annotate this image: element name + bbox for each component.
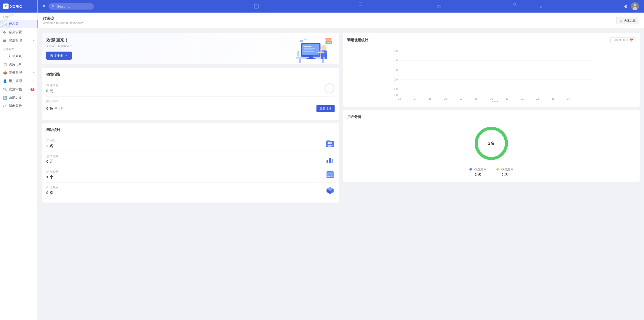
stat-calls-label: 今日调用 bbox=[46, 185, 58, 190]
title-section: 仪表盘 Welcome to Admin Dashboard bbox=[43, 16, 84, 25]
search-box[interactable]: 🔍 bbox=[49, 3, 94, 10]
svg-rect-38 bbox=[327, 160, 328, 163]
chevron-down-icon: ▾ bbox=[33, 39, 34, 42]
user-icon: 👤 bbox=[3, 79, 7, 83]
svg-rect-8 bbox=[304, 46, 312, 47]
donut-center-label: 2名 bbox=[488, 141, 495, 146]
svg-rect-20 bbox=[300, 40, 303, 42]
legend-item-baoyue: 包月用户 0 名 bbox=[496, 168, 513, 177]
search-input[interactable] bbox=[57, 5, 87, 8]
menu-toggle-button[interactable]: ≡ bbox=[43, 4, 46, 9]
stat-users-label: 用户数 bbox=[46, 139, 55, 143]
other-section-label: 其他管理 bbox=[0, 45, 37, 52]
sidebar-item-global-settings[interactable]: ⚙ 全局设置 bbox=[0, 28, 37, 36]
svg-rect-9 bbox=[304, 48, 315, 49]
sidebar-item-package-management[interactable]: 📦 套餐管理 ▾ bbox=[0, 69, 37, 77]
baoyue-label: 包月用户 bbox=[501, 168, 513, 171]
calendar-icon: 📅 bbox=[629, 38, 633, 42]
bar-chart-3d-icon bbox=[326, 155, 335, 164]
read-manual-button[interactable]: 阅读手册 → bbox=[46, 52, 72, 60]
stat-sales: 总销售额 0 元 bbox=[46, 151, 335, 167]
monthly-sales-item: 本月销售 0 元 bbox=[46, 80, 335, 97]
svg-rect-41 bbox=[327, 176, 330, 177]
svg-text:CSS: CSS bbox=[326, 38, 330, 40]
page-title: 仪表盘 bbox=[43, 16, 84, 21]
filter-icon[interactable]: ⚙ bbox=[624, 4, 627, 9]
audit-icon: 🔍 bbox=[3, 88, 7, 92]
svg-text:2.0: 2.0 bbox=[394, 78, 398, 81]
grid-icon: ▦ bbox=[3, 39, 7, 43]
sidebar-item-global-settings-label: 全局设置 bbox=[9, 30, 22, 34]
stat-sales-value: 0 元 bbox=[46, 159, 58, 164]
stat-sites-value: 1 个 bbox=[46, 175, 58, 180]
update-icon: 🔄 bbox=[3, 96, 7, 100]
view-details-button[interactable]: 查看详细 bbox=[316, 105, 335, 112]
svg-rect-21 bbox=[304, 38, 307, 40]
user-analysis-card: 用户分析 2名 bbox=[343, 110, 640, 182]
sidebar-item-call-records[interactable]: 📋 调用记录 bbox=[0, 60, 37, 69]
sidebar-item-user-management[interactable]: 👤 用户管理 ▾ bbox=[0, 77, 37, 85]
monthly-sales-progress bbox=[325, 83, 335, 93]
sidebar-item-resource-audit[interactable]: 🔍 资源审核 1 bbox=[0, 85, 37, 94]
right-column: 调用使用统计 Select Date 📅 5.0 4.0 3.0 2.0 1.0 bbox=[343, 33, 640, 258]
chart-header: 调用使用统计 Select Date 📅 bbox=[347, 37, 635, 43]
gear-icon: ⚙ bbox=[620, 19, 622, 22]
sidebar-item-logout[interactable]: ↩ 退出登录 bbox=[0, 102, 37, 110]
chart-title: 调用使用统计 bbox=[347, 38, 368, 43]
sidebar-item-system-update[interactable]: 🔄 系统更新 bbox=[0, 94, 37, 102]
sales-report-card: 销售报告 本月销售 0 元 同比变化 0 % bbox=[42, 68, 339, 120]
svg-rect-19 bbox=[313, 55, 321, 57]
date-picker-button[interactable]: Select Date 📅 bbox=[610, 37, 635, 43]
svg-rect-26 bbox=[297, 52, 299, 57]
legend-item-baodian: 包点用户 2 名 bbox=[469, 168, 486, 177]
chevron-down-icon-3: ▾ bbox=[33, 80, 34, 83]
package-icon: 📦 bbox=[3, 71, 7, 75]
change-label: 同比变化 bbox=[46, 100, 335, 104]
sidebar-item-dashboard-label: 仪表盘 bbox=[9, 22, 19, 26]
settings-icon: ⚙ bbox=[3, 30, 7, 34]
svg-rect-18 bbox=[318, 52, 324, 53]
site-stats-card: 网站统计 用户数 2 名 bbox=[42, 123, 339, 203]
change-value: 0 % bbox=[46, 106, 53, 110]
svg-text:4.0: 4.0 bbox=[394, 59, 398, 62]
svg-rect-27 bbox=[298, 51, 299, 52]
baodian-dot bbox=[469, 168, 472, 171]
svg-rect-37 bbox=[332, 159, 333, 163]
svg-rect-17 bbox=[325, 53, 327, 59]
stat-sites: 站点数量 1 个 bbox=[46, 167, 335, 183]
sidebar-item-order-list[interactable]: ☰ 订单列表 bbox=[0, 52, 37, 60]
svg-rect-40 bbox=[327, 172, 333, 176]
svg-point-1 bbox=[634, 4, 636, 7]
svg-text:16: 16 bbox=[444, 97, 447, 100]
svg-point-32 bbox=[330, 142, 332, 144]
svg-rect-16 bbox=[321, 53, 324, 59]
svg-text:20: 20 bbox=[505, 97, 508, 100]
svg-text:3.0: 3.0 bbox=[394, 68, 398, 71]
chart-card: 调用使用统计 Select Date 📅 5.0 4.0 3.0 2.0 1.0 bbox=[343, 33, 640, 107]
baoyue-value: 0 名 bbox=[496, 173, 513, 177]
donut-svg-wrap: 2名 bbox=[471, 123, 511, 164]
donut-chart-container: 2名 包点用户 2 名 包 bbox=[347, 123, 635, 177]
svg-text:15: 15 bbox=[429, 97, 432, 100]
svg-text:5.0: 5.0 bbox=[394, 49, 398, 52]
sidebar-item-resource-management[interactable]: ▦ 资源管理 ▾ bbox=[0, 36, 37, 45]
chart-container: 5.0 4.0 3.0 2.0 1.0 0.0 bbox=[347, 47, 635, 102]
stat-calls-value: 0 次 bbox=[46, 190, 58, 195]
stat-users: 用户数 2 名 bbox=[46, 136, 335, 151]
sidebar-item-resource-audit-label: 资源审核 bbox=[9, 87, 22, 92]
sales-report-title: 销售报告 bbox=[46, 72, 335, 77]
sidebar-item-dashboard[interactable]: 📊 仪表盘 bbox=[0, 20, 37, 28]
chevron-down-icon-2: ▾ bbox=[33, 71, 34, 74]
site-stats-title: 网站统计 bbox=[46, 128, 335, 132]
welcome-illustration: HTML CSS bbox=[289, 35, 334, 64]
sidebar-item-call-records-label: 调用记录 bbox=[9, 62, 22, 67]
baodian-label: 包点用户 bbox=[474, 168, 486, 171]
svg-text:23: 23 bbox=[551, 97, 554, 100]
user-analysis-title: 用户分析 bbox=[347, 115, 635, 119]
user-avatar[interactable] bbox=[631, 2, 639, 10]
sidebar-item-resource-management-label: 资源管理 bbox=[9, 38, 22, 43]
users-3d-icon bbox=[326, 139, 335, 148]
sidebar-item-user-management-label: 用户管理 bbox=[9, 79, 22, 83]
quick-settings-button[interactable]: ⚙ 快速设置 bbox=[616, 17, 639, 24]
stat-sales-label: 总销售额 bbox=[46, 154, 58, 158]
